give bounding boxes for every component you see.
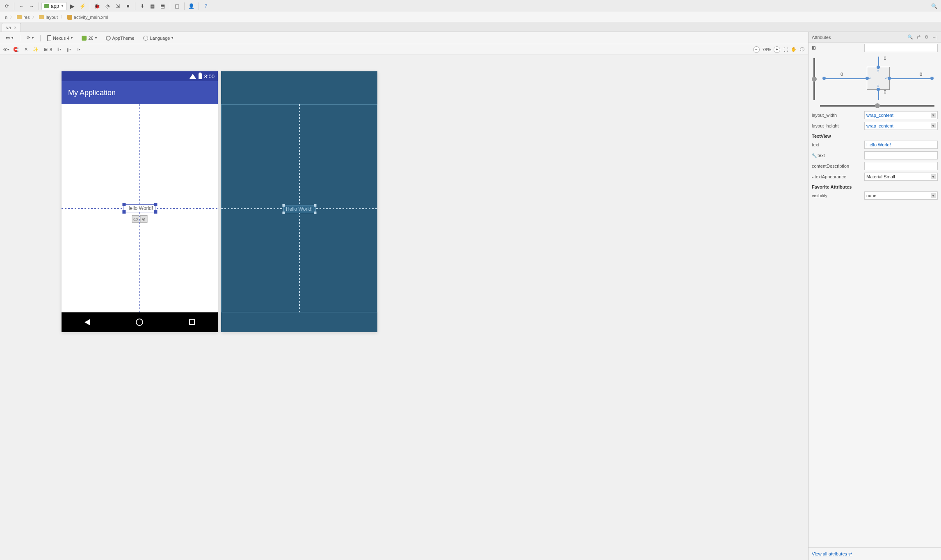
language-dropdown[interactable]: Language ▾ bbox=[141, 34, 176, 42]
constraint-line-bottom[interactable] bbox=[878, 90, 879, 100]
blueprint-preview[interactable]: Hello World! bbox=[221, 71, 377, 332]
profile-icon[interactable]: ◔ bbox=[103, 2, 112, 11]
constraint-line-right[interactable] bbox=[890, 78, 932, 79]
magnet-icon[interactable]: 🧲 bbox=[13, 47, 19, 52]
app-title: My Application bbox=[68, 89, 116, 97]
breadcrumb-item[interactable]: layout bbox=[37, 14, 59, 20]
id-input[interactable] bbox=[864, 44, 938, 52]
constraint-anchor[interactable] bbox=[930, 77, 934, 80]
reimport-icon[interactable]: ⟳ bbox=[2, 2, 11, 11]
device-preview[interactable]: 8:00 My Application Hello World! bbox=[62, 71, 218, 332]
stop-icon[interactable]: ■ bbox=[123, 2, 132, 11]
resize-handle[interactable] bbox=[282, 204, 285, 207]
view-mode-dropdown[interactable]: ▭ ▾ bbox=[3, 34, 16, 42]
baseline-icon[interactable]: ab bbox=[132, 215, 139, 223]
layout-height-select[interactable]: wrap_content▼ bbox=[864, 122, 938, 130]
constraint-anchor[interactable] bbox=[866, 77, 869, 80]
run-config-dropdown[interactable]: app ▼ bbox=[41, 2, 67, 10]
search-icon[interactable]: 🔍 bbox=[930, 2, 939, 11]
globe-icon bbox=[143, 36, 148, 41]
resize-handle[interactable] bbox=[282, 212, 285, 214]
sync-icon[interactable]: ⬇ bbox=[138, 2, 147, 11]
text-tool-input[interactable] bbox=[864, 151, 938, 159]
slider-thumb[interactable] bbox=[812, 77, 817, 82]
resize-handle[interactable] bbox=[122, 210, 126, 214]
layout-inspect-icon[interactable]: ◫ bbox=[173, 2, 182, 11]
constraint-anchor[interactable] bbox=[877, 88, 880, 91]
close-icon[interactable]: × bbox=[14, 25, 16, 30]
vertical-bias-slider[interactable] bbox=[813, 58, 815, 100]
layout-content[interactable]: Hello World! ab ⊘ bbox=[62, 104, 218, 312]
breadcrumb-item[interactable]: activity_main.xml bbox=[66, 14, 110, 20]
margin-top-value[interactable]: 0 bbox=[884, 56, 886, 61]
editor-tabs: va × bbox=[0, 22, 941, 32]
resize-handle[interactable] bbox=[122, 203, 126, 206]
resize-handle[interactable] bbox=[154, 203, 157, 206]
constraint-anchor[interactable] bbox=[822, 77, 826, 80]
orientation-dropdown[interactable]: ⟳ ▾ bbox=[24, 34, 36, 42]
horizontal-bias-slider[interactable] bbox=[820, 105, 934, 107]
constraint-anchor[interactable] bbox=[888, 77, 891, 80]
margin-bottom-value[interactable]: 0 bbox=[884, 89, 886, 94]
margin-right-value[interactable]: 0 bbox=[920, 72, 922, 77]
attr-label: 🔧text bbox=[812, 153, 861, 158]
constraint-anchor[interactable] bbox=[877, 66, 880, 69]
breadcrumb-item[interactable]: n bbox=[3, 14, 9, 20]
resize-handle[interactable] bbox=[314, 204, 316, 207]
pack-dropdown[interactable]: ⫴ ▾ bbox=[56, 47, 62, 52]
help-icon[interactable]: ? bbox=[201, 2, 210, 11]
wrap-indicator-icon: ‹‹‹ bbox=[885, 76, 888, 80]
eye-icon[interactable]: 👁 ▾ bbox=[3, 47, 9, 52]
constraint-line-left[interactable] bbox=[824, 78, 867, 79]
theme-dropdown[interactable]: AppTheme bbox=[103, 34, 137, 42]
api-dropdown[interactable]: 26 ▾ bbox=[79, 34, 99, 42]
content-desc-input[interactable] bbox=[864, 162, 938, 170]
back-icon[interactable]: ← bbox=[17, 2, 26, 11]
resize-handle[interactable] bbox=[314, 212, 316, 214]
gear-icon[interactable]: ⚙ bbox=[924, 34, 930, 40]
folder-icon bbox=[44, 4, 49, 8]
zoom-controls: − 78% + ⛶ ✋ ⓘ bbox=[753, 46, 805, 53]
swap-icon[interactable]: ⇄ bbox=[916, 34, 921, 40]
sdk-icon[interactable]: ⬒ bbox=[158, 2, 167, 11]
attach-icon[interactable]: ⇲ bbox=[113, 2, 122, 11]
user-icon[interactable]: 👤 bbox=[187, 2, 196, 11]
breadcrumb-item[interactable]: res bbox=[15, 14, 31, 20]
tab-file[interactable]: va × bbox=[2, 23, 21, 32]
resize-handle[interactable] bbox=[154, 210, 157, 214]
infer-constraints-icon[interactable]: ✨ bbox=[33, 47, 39, 52]
search-icon[interactable]: 🔍 bbox=[907, 34, 913, 40]
guideline-dropdown[interactable]: I ▾ bbox=[76, 47, 82, 52]
expand-icon[interactable]: ▸ bbox=[812, 175, 814, 179]
run-button[interactable]: ▶ bbox=[68, 2, 77, 11]
textview-widget[interactable]: Hello World! ab ⊘ bbox=[123, 204, 156, 212]
zoom-fit-icon[interactable]: ⛶ bbox=[783, 47, 788, 52]
delete-constraint-icon[interactable]: ⊘ bbox=[140, 215, 147, 223]
apply-changes-icon[interactable]: ⚡ bbox=[78, 2, 87, 11]
view-all-attributes-link[interactable]: View all attributes ⇄ bbox=[812, 551, 852, 556]
debug-icon[interactable]: 🐞 bbox=[93, 2, 102, 11]
text-input[interactable] bbox=[864, 141, 938, 149]
text-appearance-select[interactable]: Material.Small▼ bbox=[864, 173, 938, 181]
default-margin-value[interactable]: 8 bbox=[50, 47, 52, 52]
align-dropdown[interactable]: ⫿ ▾ bbox=[66, 47, 72, 52]
layout-width-select[interactable]: wrap_content▼ bbox=[864, 111, 938, 119]
design-canvas[interactable]: 8:00 My Application Hello World! bbox=[0, 55, 808, 560]
margin-left-value[interactable]: 0 bbox=[841, 72, 843, 77]
blueprint-widget-text: Hello World! bbox=[286, 206, 313, 212]
pan-icon[interactable]: ✋ bbox=[791, 47, 797, 52]
blueprint-textview-widget[interactable]: Hello World! bbox=[283, 205, 315, 213]
forward-icon[interactable]: → bbox=[27, 2, 36, 11]
slider-thumb[interactable] bbox=[875, 103, 880, 108]
visibility-select[interactable]: none▼ bbox=[864, 191, 938, 200]
constraint-box[interactable]: ››› ‹‹‹ ››› ‹‹‹ bbox=[867, 67, 890, 90]
warnings-icon[interactable]: ⓘ bbox=[799, 47, 805, 52]
clear-constraints-icon[interactable]: ✕ bbox=[23, 47, 29, 52]
zoom-out-button[interactable]: − bbox=[753, 46, 760, 53]
constraint-inspector[interactable]: ››› ‹‹‹ ››› ‹‹‹ 0 0 0 0 bbox=[812, 55, 938, 108]
run-config-label: app bbox=[51, 3, 59, 9]
device-dropdown[interactable]: Nexus 4 ▾ bbox=[45, 34, 75, 42]
avd-icon[interactable]: ▦ bbox=[148, 2, 157, 11]
zoom-in-button[interactable]: + bbox=[774, 46, 780, 53]
minimize-icon[interactable]: →| bbox=[932, 34, 938, 40]
